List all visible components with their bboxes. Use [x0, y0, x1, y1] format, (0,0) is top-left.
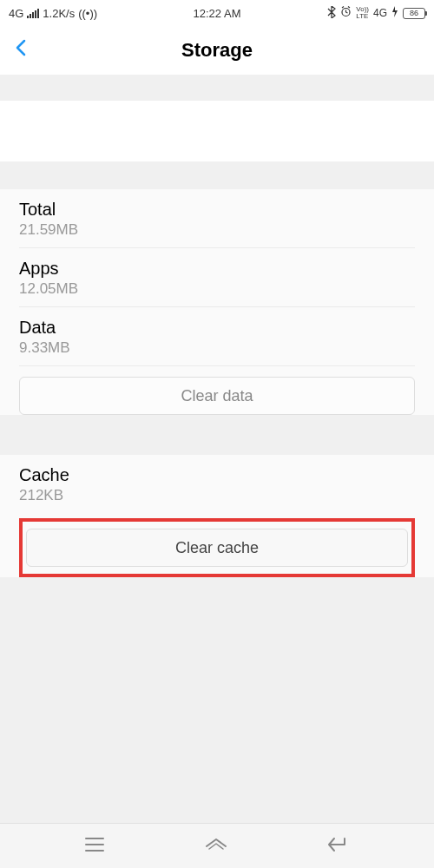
- storage-section: Total 21.59MB Apps 12.05MB Data 9.33MB C…: [0, 189, 434, 415]
- spacer: [0, 161, 434, 189]
- spacer: [0, 75, 434, 101]
- wifi-hotspot-icon: ((•)): [78, 7, 97, 20]
- status-time: 12:22 AM: [194, 7, 241, 20]
- network-2: 4G: [373, 7, 387, 19]
- volte-icon: Vo))LTE: [356, 6, 369, 20]
- total-value: 21.59MB: [19, 221, 415, 239]
- data-row: Data 9.33MB: [19, 307, 415, 366]
- cache-section: Cache 212KB Clear cache: [0, 455, 434, 577]
- page-title: Storage: [181, 39, 253, 62]
- spacer: [0, 427, 434, 455]
- navigation-bar: [0, 823, 434, 868]
- apps-row: Apps 12.05MB: [19, 248, 415, 307]
- cache-value: 212KB: [19, 487, 415, 504]
- data-label: Data: [19, 318, 415, 338]
- total-row: Total 21.59MB: [19, 189, 415, 248]
- highlight-annotation: Clear cache: [19, 518, 415, 577]
- signal-icon: [27, 8, 39, 18]
- network-type: 4G: [9, 7, 23, 20]
- clear-cache-button[interactable]: Clear cache: [26, 529, 408, 567]
- back-button[interactable]: [14, 37, 28, 63]
- data-value: 9.33MB: [19, 339, 415, 357]
- charging-icon: [391, 6, 398, 20]
- alarm-icon: [340, 6, 352, 20]
- clear-data-button[interactable]: Clear data: [19, 377, 415, 415]
- battery-icon: 86: [403, 8, 425, 19]
- app-info-block: [0, 101, 434, 161]
- recent-apps-button[interactable]: [84, 837, 105, 856]
- bluetooth-icon: [327, 6, 336, 21]
- apps-label: Apps: [19, 259, 415, 279]
- status-bar: 4G 1.2K/s ((•)) 12:22 AM Vo))LTE 4G 86: [0, 0, 434, 26]
- cache-row: Cache 212KB: [19, 455, 415, 513]
- data-speed: 1.2K/s: [43, 7, 75, 20]
- status-right: Vo))LTE 4G 86: [327, 6, 425, 21]
- apps-value: 12.05MB: [19, 280, 415, 298]
- status-left: 4G 1.2K/s ((•)): [9, 7, 97, 20]
- home-button[interactable]: [204, 836, 228, 857]
- total-label: Total: [19, 200, 415, 220]
- cache-label: Cache: [19, 465, 415, 485]
- app-header: Storage: [0, 26, 434, 75]
- back-nav-button[interactable]: [327, 837, 350, 856]
